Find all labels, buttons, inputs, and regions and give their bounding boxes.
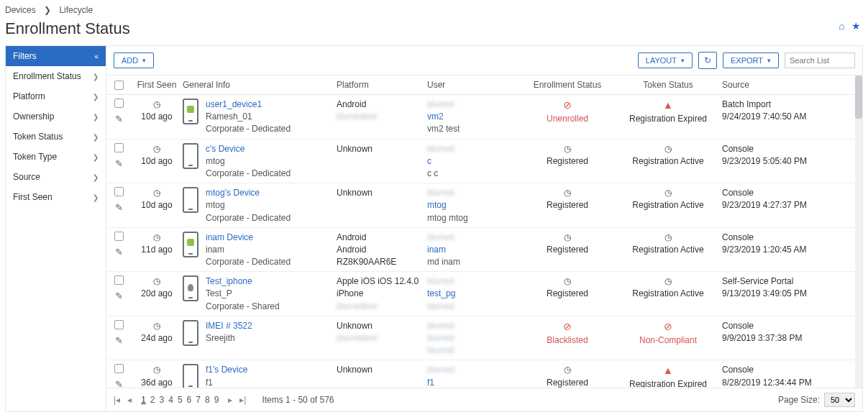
row-checkbox[interactable] [114,320,124,329]
page-8[interactable]: 8 [203,395,212,405]
table-row: ✎◷10d agomtog's DevicemtogCorporate - De… [106,183,862,228]
clock-icon: ◷ [664,275,672,287]
col-general-info[interactable]: General Info [183,80,337,90]
page-7[interactable]: 7 [193,395,203,405]
page-3[interactable]: 3 [157,395,167,405]
filter-enrollment-status[interactable]: Enrollment Status❯ [6,66,106,86]
device-icon [183,364,198,388]
col-token[interactable]: Token Status [614,80,722,90]
row-checkbox[interactable] [114,187,124,196]
row-checkbox[interactable] [114,364,124,373]
device-link[interactable]: c's Device [206,143,291,155]
col-enrollment[interactable]: Enrollment Status [521,80,614,90]
edit-icon[interactable]: ✎ [115,114,123,124]
clock-icon: ◷ [153,232,160,243]
clock-icon: ◷ [564,364,571,375]
first-page-icon[interactable]: |◂ [114,395,120,405]
home-icon[interactable]: ⌂ [839,20,844,32]
page-1[interactable]: 1 [139,395,148,405]
page-size-select[interactable]: 50 [824,393,855,407]
user-link[interactable]: inam [427,244,521,255]
filter-first-seen[interactable]: First Seen❯ [6,187,106,207]
warning-icon: ▲ [663,364,673,378]
page-2[interactable]: 2 [148,395,157,405]
device-icon [183,275,198,301]
user-link[interactable]: mtog [427,199,521,211]
device-link[interactable]: IMEI # 3522 [206,320,252,332]
clock-icon: ◷ [564,187,571,198]
chevron-right-icon: ❯ [93,133,99,141]
filters-header[interactable]: Filters « [6,46,106,66]
page-size-label: Page Size: [778,395,820,405]
device-icon [183,99,198,124]
table-row: ✎◷11d agoinam DeviceinamCorporate - Dedi… [106,228,862,273]
refresh-button[interactable]: ↻ [698,52,717,69]
user-link[interactable]: test_pg [427,288,521,299]
layout-button[interactable]: LAYOUT▾ [638,52,693,68]
table-row: ✎◷10d agouser1_device1Ramesh_01Corporate… [106,95,862,140]
user-link[interactable]: vm2 [427,111,521,122]
select-all-checkbox[interactable] [114,81,124,90]
breadcrumb-devices[interactable]: Devices [5,5,36,15]
user-link[interactable]: c [427,155,521,167]
clock-icon: ◷ [153,99,160,110]
device-icon [183,143,198,169]
row-checkbox[interactable] [114,143,124,152]
page-9[interactable]: 9 [212,395,221,405]
col-platform[interactable]: Platform [337,80,427,90]
prev-page-icon[interactable]: ◂ [127,395,132,405]
filter-source[interactable]: Source❯ [6,167,106,187]
clock-icon: ◷ [153,143,160,155]
export-button[interactable]: EXPORT▾ [723,52,779,68]
star-icon[interactable]: ★ [851,20,861,32]
device-icon [183,232,198,257]
chevron-right-icon: ❯ [93,113,99,121]
filter-token-status[interactable]: Token Status❯ [6,127,106,147]
edit-icon[interactable]: ✎ [115,247,123,257]
col-first-seen[interactable]: First Seen [131,80,183,90]
col-source[interactable]: Source [722,80,837,90]
edit-icon[interactable]: ✎ [115,335,123,346]
pager: |◂ ◂ 123456789 ▸ ▸| Items 1 - 50 of 576 … [106,388,862,411]
edit-icon[interactable]: ✎ [115,379,123,388]
edit-icon[interactable]: ✎ [115,158,123,169]
page-title: Enrollment Status [5,18,863,45]
row-checkbox[interactable] [114,275,124,285]
scrollbar-thumb[interactable] [855,76,862,119]
breadcrumb-lifecycle[interactable]: Lifecycle [59,5,93,15]
scrollbar[interactable] [855,76,862,388]
device-link[interactable]: mtog's Device [206,187,291,198]
device-link[interactable]: Test_iphone [206,275,280,287]
pager-info: Items 1 - 50 of 576 [262,395,334,405]
warning-icon: ▲ [663,99,673,112]
row-checkbox[interactable] [114,232,124,241]
filter-ownership[interactable]: Ownership❯ [6,106,106,127]
chevron-down-icon: ▾ [767,57,771,64]
filter-platform[interactable]: Platform❯ [6,86,106,106]
clock-icon: ◷ [153,187,160,198]
table-row: ✎◷24d agoIMEI # 3522SreejithUnknownblurr… [106,316,862,361]
table-row: ✎◷20d agoTest_iphoneTest_PCorporate - Sh… [106,272,862,316]
clock-icon: ◷ [564,232,571,243]
user-link[interactable]: f1 [427,377,521,388]
device-link[interactable]: user1_device1 [206,99,291,110]
row-checkbox[interactable] [114,99,124,108]
device-link[interactable]: inam Device [206,232,291,243]
clock-icon: ◷ [564,143,571,155]
col-user[interactable]: User [427,80,521,90]
chevron-down-icon: ▾ [681,57,685,64]
last-page-icon[interactable]: ▸| [239,395,246,405]
page-5[interactable]: 5 [175,395,185,405]
edit-icon[interactable]: ✎ [115,291,123,301]
add-button[interactable]: ADD▾ [114,52,154,68]
search-input[interactable] [785,52,855,68]
chevron-right-icon: ❯ [93,193,99,201]
next-page-icon[interactable]: ▸ [228,395,232,405]
filter-token-type[interactable]: Token Type❯ [6,147,106,167]
page-4[interactable]: 4 [166,395,175,405]
forbidden-icon: ⊘ [664,320,672,334]
page-6[interactable]: 6 [185,395,194,405]
device-link[interactable]: f1's Device [206,364,291,375]
chevron-down-icon: ▾ [142,57,146,64]
edit-icon[interactable]: ✎ [115,202,123,213]
